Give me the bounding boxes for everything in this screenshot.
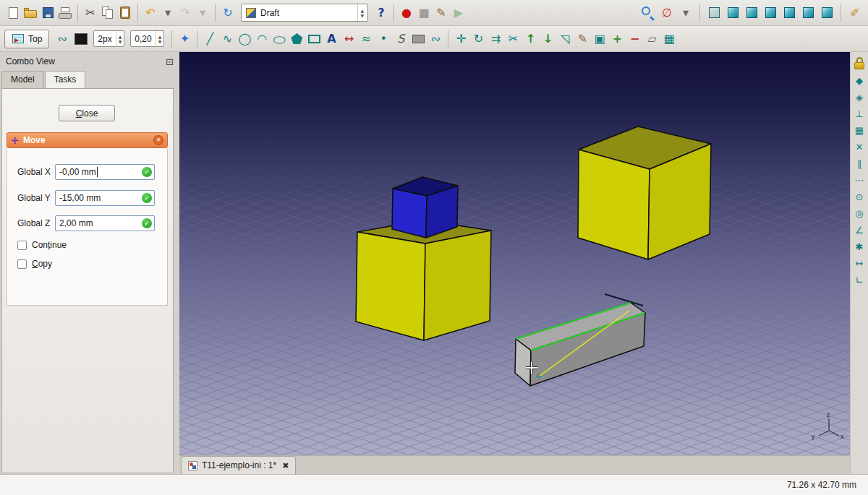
copy-icon[interactable]: [99, 4, 116, 22]
snap-dimensions-icon[interactable]: ↔: [851, 255, 867, 271]
macro-edit-icon[interactable]: ✎: [433, 4, 450, 22]
snap-midpoint-icon[interactable]: ◈: [851, 89, 867, 105]
snap-center-icon[interactable]: ◎: [851, 205, 867, 221]
draft-facebinder-icon[interactable]: [409, 30, 427, 48]
yellow-cube-left-side-face[interactable]: [424, 231, 491, 340]
draft-rotate-icon[interactable]: ↻: [469, 30, 487, 48]
task-panel-header[interactable]: ✛ Move ✕: [7, 132, 168, 148]
view-bottom-icon[interactable]: [799, 4, 817, 22]
yellow-cube-left-front-face[interactable]: [356, 232, 425, 340]
document-tab-close-icon[interactable]: ✖: [282, 461, 289, 470]
draft-circle-icon[interactable]: ◯: [236, 30, 253, 48]
draft-edit-icon[interactable]: ✎: [574, 30, 591, 48]
macro-play-icon[interactable]: ▶: [450, 4, 467, 22]
draft-add-point-icon[interactable]: +: [608, 30, 626, 48]
view-right-icon[interactable]: [762, 4, 779, 22]
snap-angle-icon[interactable]: ∠: [851, 222, 867, 238]
draft-polygon-icon[interactable]: [288, 30, 305, 48]
snap-perpendicular-icon[interactable]: ⊥: [851, 106, 867, 121]
draft-rectangle-icon[interactable]: [305, 30, 323, 48]
draft-line-icon[interactable]: ╱: [201, 30, 218, 48]
macro-record-icon[interactable]: ●: [398, 4, 415, 22]
line-width-spinner[interactable]: 2px ▲ ▼: [93, 30, 124, 47]
draft-downgrade-icon[interactable]: ↓: [539, 30, 556, 48]
draft-bspline-icon[interactable]: ≈: [357, 30, 375, 48]
view-front-icon[interactable]: [724, 4, 741, 22]
draft-wire-icon[interactable]: ∿: [218, 30, 236, 48]
global-y-input[interactable]: -15,00 mm ✓: [55, 190, 155, 206]
3d-viewport[interactable]: ✛ z x y: [179, 52, 850, 455]
draft-subelement-icon[interactable]: ▣: [591, 30, 608, 48]
redo-dropdown-icon[interactable]: ▾: [194, 4, 211, 22]
snap-near-icon[interactable]: ⊙: [851, 189, 867, 205]
draft-move-icon[interactable]: ✛: [452, 30, 469, 48]
draft-array-icon[interactable]: ▦: [660, 30, 678, 48]
task-collapse-button[interactable]: ✕: [153, 135, 163, 145]
open-document-icon[interactable]: [22, 4, 39, 22]
global-z-input[interactable]: 2,00 mm ✓: [55, 215, 155, 231]
draw-style-icon[interactable]: ∅: [658, 4, 676, 22]
save-document-icon[interactable]: [39, 4, 56, 22]
line-width-arrows[interactable]: ▲ ▼: [116, 31, 124, 46]
undo-icon[interactable]: ↶: [142, 4, 159, 22]
view-left-icon[interactable]: [818, 4, 835, 22]
refresh-icon[interactable]: ↻: [219, 4, 237, 22]
continue-checkbox-box[interactable]: [17, 241, 27, 250]
view-axonometric-icon[interactable]: [705, 4, 723, 22]
paste-icon[interactable]: [116, 4, 134, 22]
draft-trimex-icon[interactable]: ✂: [504, 30, 522, 48]
yellow-cube-right-front-face[interactable]: [578, 150, 650, 259]
measure-distance-icon[interactable]: ✐: [846, 4, 864, 22]
draft-offset-icon[interactable]: ⇉: [487, 30, 504, 48]
draft-arc-icon[interactable]: ◠: [253, 30, 271, 48]
task-close-button[interactable]: Close: [59, 105, 115, 121]
draft-text-icon[interactable]: A: [323, 30, 340, 48]
draw-style-dropdown-icon[interactable]: ▾: [677, 4, 694, 22]
snap-ortho-icon[interactable]: ∟: [851, 272, 867, 288]
workbench-selector-arrows[interactable]: ▲ ▼: [357, 4, 366, 21]
snap-parallel-icon[interactable]: ∥: [851, 155, 867, 171]
draft-bezier-icon[interactable]: ∾: [427, 30, 444, 48]
tab-tasks[interactable]: Tasks: [45, 71, 86, 88]
line-color-swatch[interactable]: [75, 33, 88, 45]
toggle-fill-icon[interactable]: ∾: [54, 30, 71, 48]
view-top-icon[interactable]: [743, 4, 760, 22]
blue-cube-front-face[interactable]: [392, 189, 427, 238]
scale-arrows[interactable]: ▲ ▼: [156, 31, 164, 46]
snap-special-icon[interactable]: ✱: [851, 238, 867, 254]
spin-down-icon[interactable]: ▼: [360, 13, 364, 18]
workbench-selector[interactable]: Draft ▲ ▼: [241, 4, 368, 22]
macro-stop-icon[interactable]: ■: [415, 4, 433, 22]
draft-point-icon[interactable]: •: [375, 30, 392, 48]
draft-shapestring-icon[interactable]: S: [392, 30, 409, 48]
undo-dropdown-icon[interactable]: ▾: [159, 4, 176, 22]
new-document-icon[interactable]: [4, 4, 22, 22]
dock-float-icon[interactable]: ⊡: [166, 56, 174, 67]
view-rear-icon[interactable]: [780, 4, 798, 22]
copy-checkbox[interactable]: Copy: [17, 259, 52, 269]
spin-up-icon[interactable]: ▲: [360, 8, 364, 13]
cut-icon[interactable]: ✂: [82, 4, 99, 22]
whats-this-icon[interactable]: ?: [373, 4, 390, 22]
spin-down-icon[interactable]: ▼: [119, 39, 122, 44]
tab-model[interactable]: Model: [1, 71, 44, 88]
document-tab[interactable]: T11-ejemplo-ini : 1* ✖: [181, 456, 296, 474]
global-x-input[interactable]: -0,00 mm ✓: [55, 164, 155, 180]
scale-spinner[interactable]: 0,20 ▲ ▼: [130, 30, 164, 47]
construction-mode-icon[interactable]: ✦: [176, 30, 193, 48]
snap-lock-icon[interactable]: [851, 56, 867, 72]
yellow-cube-left[interactable]: [356, 220, 491, 340]
yellow-cube-right[interactable]: [578, 126, 711, 259]
redo-icon[interactable]: ↷: [176, 4, 194, 22]
print-document-icon[interactable]: [56, 4, 74, 22]
blue-cube[interactable]: [392, 177, 458, 238]
snap-endpoint-icon[interactable]: ◆: [851, 72, 867, 88]
draft-scale-icon[interactable]: ◹: [556, 30, 574, 48]
zoom-fit-all-icon[interactable]: [639, 4, 657, 22]
snap-extension-icon[interactable]: ⋯: [851, 172, 867, 188]
draft-upgrade-icon[interactable]: ↑: [522, 30, 539, 48]
snap-intersection-icon[interactable]: ✕: [851, 139, 867, 155]
working-plane-button[interactable]: Top: [4, 30, 49, 48]
draft-shape2dview-icon[interactable]: ▱: [643, 30, 660, 48]
draft-ellipse-icon[interactable]: ◯: [271, 33, 288, 44]
